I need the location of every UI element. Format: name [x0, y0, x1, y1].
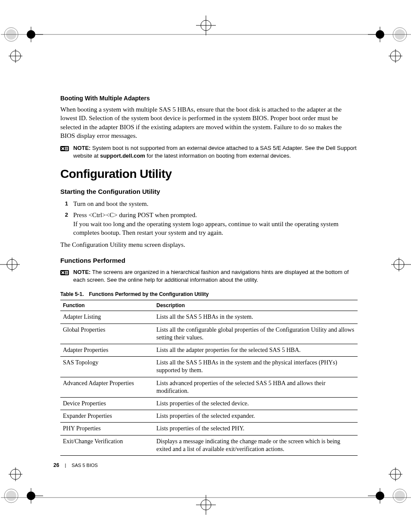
- table-row: Expander PropertiesLists properties of t…: [60, 410, 358, 423]
- cell-function: Adapter Listing: [60, 311, 154, 324]
- svg-point-18: [395, 491, 405, 501]
- step-text: Turn on and boot the system.: [73, 199, 148, 208]
- cell-function: SAS Topology: [60, 357, 154, 377]
- reg-mark: [0, 257, 20, 274]
- note-body: The screens are organized in a hierarchi…: [73, 269, 349, 283]
- note-icon: [60, 145, 69, 152]
- svg-point-8: [395, 29, 405, 40]
- cell-function: Expander Properties: [60, 410, 154, 423]
- table-row: Global PropertiesLists all the configura…: [60, 324, 358, 344]
- reg-mark: [368, 27, 408, 44]
- reg-mark: [196, 16, 216, 37]
- note-text: NOTE: System boot is not supported from …: [73, 144, 358, 159]
- cell-description: Displays a message indicating the change…: [154, 435, 358, 455]
- page-footer: 26 | SAS 5 BIOS: [53, 462, 98, 468]
- reg-mark: [3, 27, 43, 44]
- cell-function: Exit/Change Verification: [60, 435, 154, 455]
- table-row: PHY PropertiesLists properties of the se…: [60, 423, 358, 435]
- steps-list: 1 Turn on and boot the system. 2 Press <…: [60, 199, 358, 237]
- note-block: NOTE: The screens are organized in a hie…: [60, 268, 358, 283]
- table-row: Adapter PropertiesLists all the adapter …: [60, 344, 358, 357]
- step-line1: Press <Ctrl><C> during POST when prompte…: [73, 212, 197, 218]
- table-row: Adapter ListingLists all the SAS 5 HBAs …: [60, 311, 358, 324]
- note-label: NOTE:: [73, 145, 90, 151]
- note-site: support.dell.com: [100, 152, 145, 159]
- table-row: Advanced Adapter PropertiesLists advance…: [60, 377, 358, 397]
- heading-config-utility: Configuration Utility: [60, 167, 358, 181]
- cell-function: Global Properties: [60, 324, 154, 344]
- cell-description: Lists properties of the selected expande…: [154, 410, 358, 423]
- paragraph-after-steps: The Configuration Utility menu screen di…: [60, 240, 358, 249]
- col-function: Function: [60, 300, 154, 311]
- functions-table: Function Description Adapter ListingList…: [60, 300, 358, 455]
- cell-description: Lists properties of the selected device.: [154, 397, 358, 410]
- cell-function: Advanced Adapter Properties: [60, 377, 154, 397]
- step-item: 1 Turn on and boot the system.: [60, 199, 358, 208]
- step-text: Press <Ctrl><C> during POST when prompte…: [73, 211, 358, 237]
- cell-description: Lists all the SAS 5 HBAs in the system a…: [154, 357, 358, 377]
- cell-function: Device Properties: [60, 397, 154, 410]
- heading-booting: Booting With Multiple Adapters: [60, 95, 358, 102]
- footer-separator: |: [65, 463, 66, 468]
- step-number: 1: [60, 199, 68, 208]
- reg-mark: [388, 467, 403, 484]
- cell-description: Lists all the SAS 5 HBAs in the system.: [154, 311, 358, 324]
- step-item: 2 Press <Ctrl><C> during POST when promp…: [60, 211, 358, 237]
- note-body-b: for the latest information on booting fr…: [145, 152, 291, 159]
- table-row: SAS TopologyLists all the SAS 5 HBAs in …: [60, 357, 358, 377]
- step-line2: If you wait too long and the operating s…: [73, 221, 339, 236]
- cell-description: Lists advanced properties of the selecte…: [154, 377, 358, 397]
- step-number: 2: [60, 211, 68, 219]
- cell-function: Adapter Properties: [60, 344, 154, 357]
- note-icon: [60, 269, 69, 276]
- cell-function: PHY Properties: [60, 423, 154, 435]
- svg-point-13: [6, 491, 16, 501]
- reg-mark: [388, 48, 403, 65]
- reg-mark: [3, 488, 43, 505]
- table-caption: Table 5-1. Functions Performed by the Co…: [60, 291, 358, 297]
- table-row: Device PropertiesLists properties of the…: [60, 397, 358, 410]
- cell-description: Lists all the adapter properties for the…: [154, 344, 358, 357]
- col-description: Description: [154, 300, 358, 311]
- table-row: Exit/Change VerificationDisplays a messa…: [60, 435, 358, 455]
- note-label: NOTE:: [73, 269, 90, 275]
- heading-starting: Starting the Configuration Utility: [60, 188, 358, 195]
- page-content: Booting With Multiple Adapters When boot…: [60, 95, 358, 456]
- cell-description: Lists all the configurable global proper…: [154, 324, 358, 344]
- note-block: NOTE: System boot is not supported from …: [60, 144, 358, 159]
- page-number: 26: [53, 462, 59, 468]
- svg-point-3: [6, 29, 16, 40]
- paragraph-booting: When booting a system with multiple SAS …: [60, 105, 358, 140]
- note-text: NOTE: The screens are organized in a hie…: [73, 268, 358, 283]
- cell-description: Lists properties of the selected PHY.: [154, 423, 358, 435]
- reg-mark: [8, 467, 23, 484]
- heading-functions: Functions Performed: [60, 257, 358, 264]
- footer-section: SAS 5 BIOS: [72, 463, 98, 468]
- reg-mark: [8, 48, 23, 65]
- reg-mark: [391, 257, 411, 274]
- reg-mark: [368, 488, 408, 505]
- reg-mark: [196, 495, 216, 516]
